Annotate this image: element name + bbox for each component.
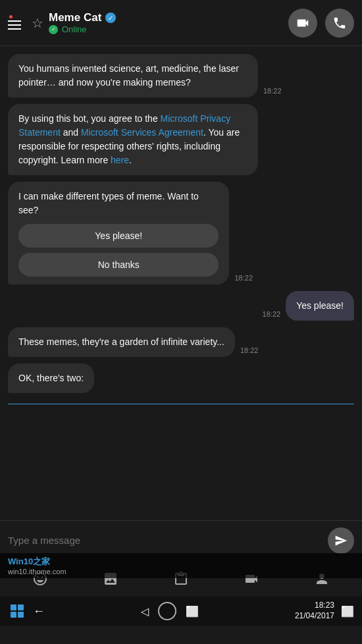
message-input[interactable]: [8, 535, 321, 546]
choices-container: Yes please! No thanks: [18, 224, 219, 277]
chat-divider: [8, 404, 354, 404]
message-text-prefix: By using this bot, you agree to the: [18, 113, 161, 124]
bot-message-bubble: These memes, they're a garden of infinit…: [8, 327, 235, 357]
taskbar-date-value: 21/04/2017: [295, 611, 334, 622]
watermark: Win10之家 win10.ithome.com: [0, 553, 362, 578]
star-icon[interactable]: ☆: [32, 15, 43, 31]
watermark-brand: Win10之家: [8, 556, 354, 568]
verified-icon: ✓: [105, 13, 116, 23]
contact-name: Meme Cat: [49, 11, 101, 24]
taskbar-home-button[interactable]: [158, 602, 176, 620]
notification-icon[interactable]: ⬜: [341, 605, 354, 618]
bot-message-bubble-links: By using this bot, you agree to the Micr…: [8, 104, 258, 175]
message-text: OK, there's two:: [18, 373, 84, 383]
contact-info: Meme Cat ✓ Online: [49, 11, 288, 34]
online-indicator: [49, 25, 58, 34]
taskbar-time-value: 18:23: [295, 601, 334, 611]
bot-message-bubble: You humans invented science, art, medici…: [8, 54, 258, 97]
message-text-and: and: [61, 127, 81, 138]
taskbar-multitask-button[interactable]: ⬜: [186, 605, 199, 618]
header-actions: [288, 9, 354, 38]
bot-message-bubble-choices: I can make different types of meme. Want…: [8, 182, 229, 284]
taskbar-left: ←: [8, 602, 45, 620]
message-text: You humans invented science, art, medici…: [18, 63, 239, 88]
yes-please-button[interactable]: Yes please!: [18, 224, 219, 248]
message-row: OK, there's two:: [8, 363, 354, 393]
taskbar-center: ◁ ⬜: [141, 602, 199, 620]
phone-icon: [332, 16, 347, 30]
header: ☆ Meme Cat ✓ Online: [0, 0, 362, 46]
user-message-bubble: Yes please!: [286, 291, 354, 321]
taskbar-datetime: 18:23 21/04/2017: [295, 601, 334, 621]
services-agreement-link[interactable]: Microsoft Services Agreement: [81, 127, 203, 138]
send-icon: [334, 534, 348, 547]
message-row: I can make different types of meme. Want…: [8, 182, 354, 284]
taskbar-right: 18:23 21/04/2017 ⬜: [295, 601, 354, 621]
message-time: 18:22: [240, 346, 259, 354]
send-button[interactable]: [328, 527, 354, 554]
back-button[interactable]: ←: [33, 604, 45, 618]
message-time: 18:22: [263, 310, 281, 318]
message-row: 18:22 Yes please!: [8, 291, 354, 321]
here-link[interactable]: here: [111, 155, 129, 165]
watermark-url: win10.ithome.com: [8, 568, 354, 576]
message-time: 18:22: [263, 87, 282, 95]
video-call-button[interactable]: [288, 9, 317, 38]
video-icon: [296, 16, 310, 30]
start-button[interactable]: [8, 602, 26, 620]
menu-button[interactable]: [8, 14, 26, 32]
phone-call-button[interactable]: [325, 9, 354, 38]
message-text: Yes please!: [296, 300, 344, 311]
no-thanks-button[interactable]: No thanks: [18, 253, 219, 277]
status-text: Online: [62, 24, 87, 34]
message-time: 18:22: [234, 274, 253, 282]
chat-area: You humans invented science, art, medici…: [0, 46, 362, 520]
message-row: These memes, they're a garden of infinit…: [8, 327, 354, 357]
taskbar-back-icon[interactable]: ◁: [141, 605, 149, 618]
message-row: You humans invented science, art, medici…: [8, 54, 354, 97]
message-text: These memes, they're a garden of infinit…: [18, 336, 224, 347]
message-row: By using this bot, you agree to the Micr…: [8, 104, 354, 175]
bot-message-bubble: OK, there's two:: [8, 363, 94, 393]
taskbar: ← ◁ ⬜ 18:23 21/04/2017 ⬜: [0, 597, 362, 626]
windows-logo: [11, 604, 24, 618]
message-text: I can make different types of meme. Want…: [18, 191, 199, 215]
